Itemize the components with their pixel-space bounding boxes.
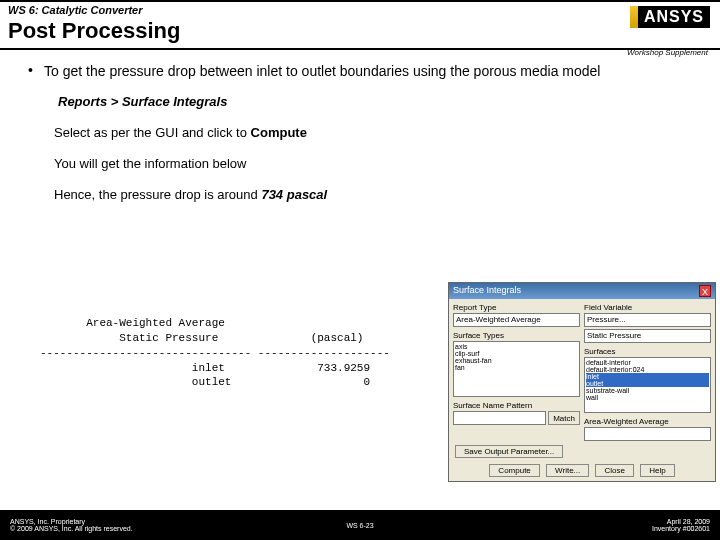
supplement-label: Workshop Supplement <box>627 48 708 57</box>
footer-left: ANSYS, Inc. Proprietary © 2009 ANSYS, In… <box>10 518 133 532</box>
field-variable-label: Field Variable <box>584 303 711 312</box>
report-type-select[interactable]: Area-Weighted Average <box>453 313 580 327</box>
result-output <box>584 427 711 441</box>
close-icon[interactable]: X <box>699 285 711 297</box>
surface-types-list[interactable]: axis clip-surf exhaust-fan fan <box>453 341 580 397</box>
ansys-logo: ANSYS <box>630 6 710 28</box>
menu-path: Reports > Surface Integrals <box>58 94 700 109</box>
footer: ANSYS, Inc. Proprietary © 2009 ANSYS, In… <box>0 510 720 540</box>
close-button[interactable]: Close <box>595 464 633 477</box>
report-type-label: Report Type <box>453 303 580 312</box>
field-variable-select[interactable]: Pressure... <box>584 313 711 327</box>
surface-types-label: Surface Types <box>453 331 580 340</box>
surface-integrals-dialog: Surface Integrals X Report Type Area-Wei… <box>448 282 716 482</box>
match-button[interactable]: Match <box>548 411 580 425</box>
footer-right: April 28, 2009 Inventory #002601 <box>652 518 710 532</box>
ws-title: WS 6: Catalytic Converter <box>8 4 712 16</box>
result-label: Area-Weighted Average <box>584 417 711 426</box>
write-button[interactable]: Write... <box>546 464 589 477</box>
dialog-title-text: Surface Integrals <box>453 285 521 297</box>
instruction-select: Select as per the GUI and click to Compu… <box>54 125 700 140</box>
surfaces-label: Surfaces <box>584 347 711 356</box>
help-button[interactable]: Help <box>640 464 674 477</box>
field-sub-select[interactable]: Static Pressure <box>584 329 711 343</box>
instruction-result: Hence, the pressure drop is around 734 p… <box>54 187 700 202</box>
instruction-info: You will get the information below <box>54 156 700 171</box>
save-output-button[interactable]: Save Output Parameter... <box>455 445 563 458</box>
name-pattern-input[interactable] <box>453 411 546 425</box>
surfaces-list[interactable]: default-interior default-interior:024 in… <box>584 357 711 413</box>
footer-center: WS 6-23 <box>346 522 373 529</box>
bullet-marker: • <box>28 62 44 80</box>
dialog-titlebar: Surface Integrals X <box>449 283 715 299</box>
page-title: Post Processing <box>8 18 712 44</box>
console-output: Area-Weighted Average Static Pressure (p… <box>40 316 380 390</box>
bullet-text: To get the pressure drop between inlet t… <box>44 62 700 80</box>
compute-button[interactable]: Compute <box>489 464 539 477</box>
name-pattern-label: Surface Name Pattern <box>453 401 580 410</box>
